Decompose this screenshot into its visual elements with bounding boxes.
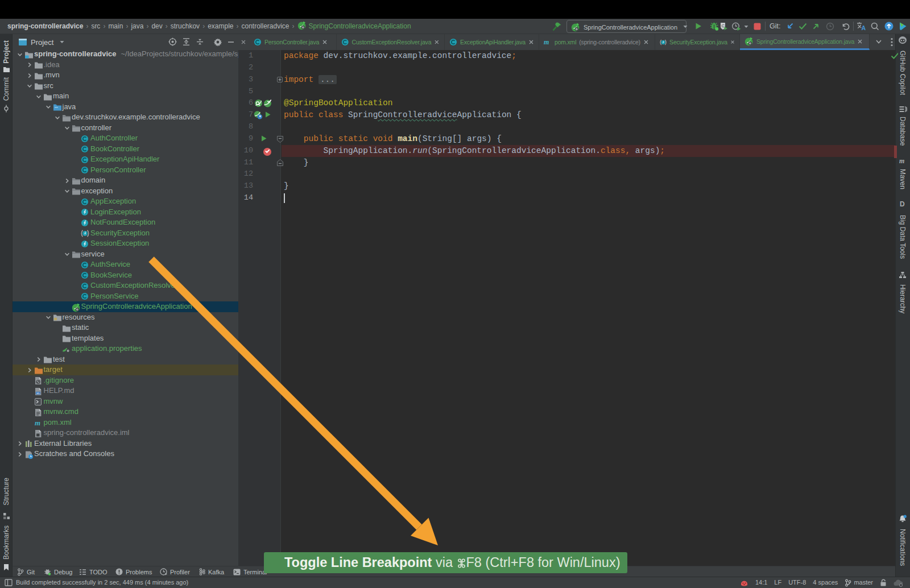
svg-text:m: m xyxy=(899,157,904,164)
svg-text:D: D xyxy=(900,200,905,208)
svg-text:MD: MD xyxy=(36,391,40,394)
svg-text:m: m xyxy=(544,38,549,46)
svg-text:m: m xyxy=(35,419,40,427)
svg-text:A: A xyxy=(862,24,866,31)
